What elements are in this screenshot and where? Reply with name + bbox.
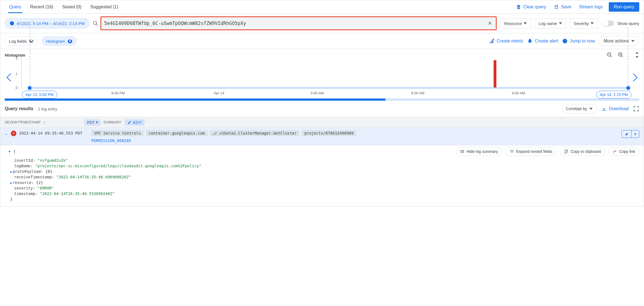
severity-error-icon: !! [11,131,16,136]
json-field[interactable]: ▶resource: {2} [9,180,639,185]
chevron-down-icon [559,22,562,25]
tab-recent[interactable]: Recent (16) [26,1,58,13]
json-open-brace: { [13,149,16,154]
pencil-icon [128,120,132,124]
copy-to-clipboard-button[interactable]: Copy to clipboard [560,147,605,156]
tab-saved[interactable]: Saved (0) [58,1,86,13]
timeline-overview-thumb[interactable] [5,98,385,101]
show-query-label: Show query [617,21,639,26]
run-query-button[interactable]: Run query [609,2,639,12]
search-input[interactable] [104,21,487,26]
search-wrap: ✕ [93,16,497,30]
save-button[interactable]: Save [550,2,575,12]
create-alert-button[interactable]: Create alert [527,38,558,44]
correlate-by-dropdown[interactable]: Correlate by [562,104,597,113]
json-field[interactable]: logName: "projects/vpc-sc-misconfigured/… [9,163,639,169]
summary-chip[interactable]: container.googleapis.com [146,130,208,136]
x-axis-ticks: . 9:00 PM Apr 14 3:00 AM 6:00 AM 9:00 AM… [30,91,628,95]
filter-row: 4/13/22, 5:14 PM – 4/14/22, 2:14 PM ✕ Re… [0,14,644,33]
fullscreen-icon[interactable] [633,106,639,112]
expand-row-icon[interactable]: ⌄ [5,130,8,136]
time-end-badge[interactable]: Apr 14, 2:15 PM [596,91,632,98]
histogram-chart[interactable]: 1 1 0 . 9:00 PM Apr 14 3:00 AM [13,58,631,97]
json-field[interactable]: severity: "ERROR" [9,185,639,191]
search-box-highlighted: ✕ [100,16,497,30]
histogram-body: 1 1 0 . 9:00 PM Apr 14 3:00 AM [5,58,639,97]
more-actions-button[interactable]: More actions [599,36,639,46]
clock-icon [562,38,568,44]
edit-summary-button[interactable]: EDIT [125,119,145,126]
toolbar-secondary: Log fields Histogram Create metric Creat… [0,33,644,49]
pin-split-button: ▾ [622,130,639,138]
json-field[interactable]: insertId: "nv7gumd2u2k" [9,158,639,163]
col-severity: SEVERITY [0,120,20,124]
clear-search-icon[interactable]: ✕ [487,20,493,26]
chevron-down-icon [590,22,594,25]
summary-chip[interactable]: projects/676612490989 [302,130,356,136]
expand-icon[interactable]: ▶ [10,170,12,174]
link-icon [612,149,617,154]
tab-suggested[interactable]: Suggested (1) [86,1,123,13]
log-row[interactable]: ⌄ !! 2022-04-14 09:35:46.553 PDT VPC Ser… [0,128,644,145]
chevron-down-icon [589,107,593,110]
pin-button[interactable] [622,130,632,138]
y-tick: 0 [16,86,17,90]
expand-icon[interactable]: ▶ [10,181,12,185]
json-field[interactable]: ▶protoPayload: {8} [9,169,639,174]
y-axis: 1 1 0 [21,58,27,88]
trash-icon [516,4,521,9]
time-range-chip[interactable]: 4/13/22, 5:14 PM – 4/14/22, 2:14 PM [5,18,89,29]
sort-asc-icon: ↑ [44,120,46,125]
hide-log-summary-button[interactable]: Hide log summary [456,147,502,156]
expand-icon [509,149,514,154]
log-fields-chip[interactable]: Log fields [5,36,38,46]
collapse-json-icon[interactable]: ▼ [9,150,11,153]
histogram-next-button[interactable] [631,58,639,97]
expand-nested-fields-button[interactable]: Expand nested fields [505,147,556,156]
download-button[interactable]: Download [601,106,629,112]
clear-query-button[interactable]: Clear query [512,2,550,12]
histogram-title: Histogram [5,53,25,57]
timeline-overview[interactable] [5,98,639,101]
card-icon [460,149,464,154]
copy-icon [564,149,568,154]
zoom-in-icon[interactable] [618,52,624,58]
create-metric-button[interactable]: Create metric [489,38,523,44]
results-count: 1 log entry [38,107,57,111]
json-field[interactable]: receiveTimestamp: "2022-04-14T16:35:46.6… [9,174,639,180]
summary-chip[interactable]: …r.v1beta1.ClusterManager.GetCluster [210,130,299,136]
log-name-filter[interactable]: Log name [534,18,566,29]
chevron-right-icon [633,74,638,81]
summary-chip[interactable]: VPC Service Controls [91,130,144,136]
tab-query[interactable]: Query [5,1,26,13]
search-icon [93,21,98,26]
results-title: Query results [5,106,33,111]
histogram-chip[interactable]: Histogram [42,36,76,46]
copy-link-button[interactable]: Copy link [608,147,639,156]
histogram-plot [30,58,628,88]
zoom-out-icon[interactable] [607,52,613,58]
time-start-badge[interactable]: Apr 13, 5:00 PM [22,91,57,98]
time-slider-start[interactable] [28,86,32,90]
show-query-toggle[interactable] [603,21,614,26]
y-tick: 1 [16,56,17,60]
col-timestamp[interactable]: TIMESTAMP ↑ PDT▾ [20,119,101,126]
timezone-dropdown[interactable]: PDT▾ [84,119,101,126]
tabs-row: Query Recent (16) Saved (0) Suggested (1… [0,0,644,14]
histogram-bar[interactable] [494,60,496,87]
permission-denied-text: PERMISSION_DENIED [91,138,619,143]
pin-dropdown[interactable]: ▾ [632,130,639,138]
jump-to-now-button[interactable]: Jump to now [562,38,595,44]
bell-icon [527,38,533,44]
up-down-icon[interactable] [635,52,639,58]
severity-filter[interactable]: Severity [570,18,598,29]
stream-logs-button[interactable]: Stream logs [575,2,607,12]
json-field[interactable]: timestamp: "2022-04-14T16:35:46.55309624… [9,191,639,196]
col-summary: SUMMARY EDIT [101,119,644,126]
pin-icon [625,132,628,136]
time-slider-track[interactable] [30,87,628,88]
histogram-prev-button[interactable] [5,58,13,97]
x-tick: 9:00 AM [512,91,525,95]
resource-filter[interactable]: Resource [500,18,531,29]
time-slider-end[interactable] [626,86,630,90]
